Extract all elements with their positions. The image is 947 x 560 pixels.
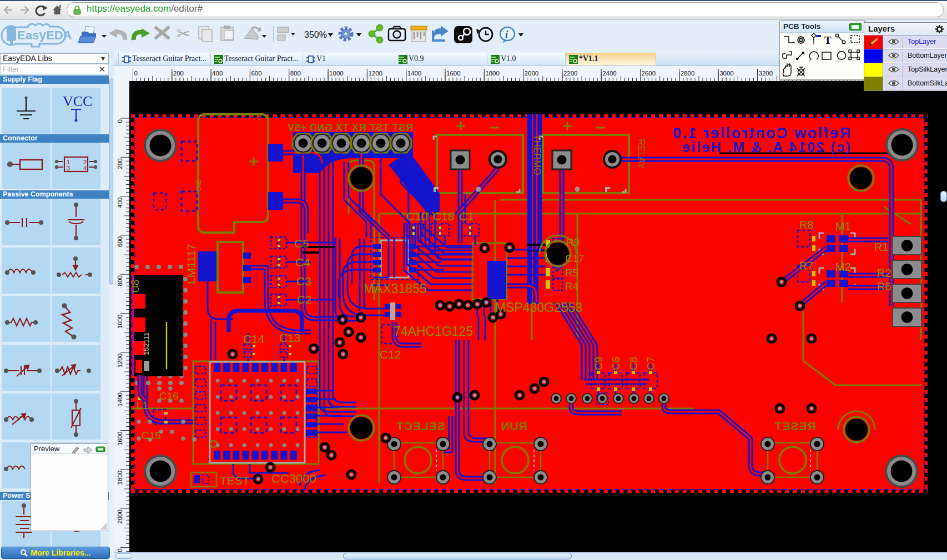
svg-text:TEST: TEST	[220, 474, 250, 487]
svg-text:R6: R6	[877, 280, 891, 292]
svg-text:M1: M1	[835, 220, 851, 233]
svg-text:2600: 2600	[642, 70, 656, 77]
svg-text:C7: C7	[645, 357, 657, 370]
svg-text:1600: 1600	[117, 432, 123, 446]
svg-text:C1: C1	[459, 210, 474, 223]
svg-text:3200: 3200	[759, 70, 773, 77]
svg-text:RELAY: RELAY	[636, 139, 647, 169]
svg-text:CC3000: CC3000	[271, 472, 316, 486]
svg-text:C13: C13	[279, 331, 301, 344]
svg-text:C17: C17	[565, 253, 585, 264]
svg-text:350%: 350%	[304, 30, 327, 39]
svg-text:2400: 2400	[602, 70, 617, 77]
svg-text:1400: 1400	[407, 70, 422, 77]
svg-text:1400: 1400	[117, 392, 123, 407]
svg-text:1800: 1800	[485, 70, 500, 77]
svg-text:C12: C12	[380, 348, 401, 361]
svg-text:(c) 2014 A. & M. Helie: (c) 2014 A. & M. Helie	[681, 139, 850, 155]
svg-text:C3: C3	[296, 275, 311, 287]
svg-text:C4: C4	[295, 256, 310, 269]
svg-text:1800: 1800	[117, 471, 123, 485]
svg-text:SELECT: SELECT	[396, 420, 445, 432]
svg-text:L1: L1	[137, 400, 148, 411]
svg-text:1000: 1000	[117, 315, 123, 329]
svg-text:MAX31855: MAX31855	[364, 281, 427, 296]
svg-text:i: i	[505, 28, 508, 40]
svg-text:1200: 1200	[368, 70, 382, 77]
svg-text:2200: 2200	[563, 70, 578, 77]
svg-text:C10: C10	[406, 210, 428, 223]
svg-text:RESET: RESET	[774, 420, 816, 432]
svg-text:2200: 2200	[117, 548, 123, 552]
svg-text:R5: R5	[565, 267, 578, 279]
svg-text:C5: C5	[294, 237, 309, 250]
svg-text:3000: 3000	[719, 70, 734, 77]
svg-text:2800: 2800	[681, 70, 695, 77]
svg-text:1200: 1200	[117, 354, 123, 368]
svg-text:T: T	[824, 34, 832, 46]
svg-text:C8: C8	[628, 357, 639, 370]
svg-text:1600: 1600	[446, 70, 461, 77]
svg-text:R1: R1	[874, 241, 889, 253]
svg-text:800: 800	[117, 275, 123, 286]
svg-text:GND: GND	[196, 179, 202, 191]
svg-text:600: 600	[117, 236, 123, 247]
svg-text:R4: R4	[565, 280, 579, 292]
svg-text:0: 0	[117, 119, 123, 123]
svg-text:C16: C16	[159, 390, 179, 402]
svg-text:600: 600	[251, 70, 261, 77]
svg-text:C9: C9	[593, 357, 605, 370]
svg-text:THERMO: THERMO	[532, 134, 542, 175]
svg-text:74AHC1G125: 74AHC1G125	[394, 324, 473, 339]
svg-text:M2: M2	[835, 261, 851, 273]
svg-text:RUN: RUN	[501, 420, 528, 432]
svg-text:4: 4	[83, 165, 87, 171]
svg-text:200: 200	[173, 70, 184, 77]
svg-text:2000: 2000	[525, 70, 539, 77]
svg-text:EasyEDA: EasyEDA	[17, 28, 72, 42]
svg-text:152111: 152111	[142, 332, 150, 355]
svg-text:3: 3	[67, 165, 70, 171]
svg-text:0: 0	[134, 70, 138, 77]
svg-text:400: 400	[117, 198, 123, 208]
svg-text:R8: R8	[799, 219, 814, 231]
svg-text:VCC: VCC	[63, 93, 92, 109]
svg-text:R2: R2	[877, 267, 891, 279]
svg-text:MSP430G2553: MSP430G2553	[495, 300, 582, 315]
svg-text:C18: C18	[433, 210, 455, 223]
svg-text:800: 800	[290, 70, 301, 77]
svg-text:400: 400	[212, 70, 223, 77]
svg-text:2000: 2000	[117, 509, 123, 524]
svg-text:1000: 1000	[329, 70, 344, 77]
svg-text:200: 200	[117, 158, 123, 169]
svg-text:R9: R9	[566, 236, 580, 248]
svg-text:C2: C2	[297, 293, 312, 306]
svg-text:C15: C15	[142, 430, 161, 441]
svg-text:RST TST RX TX GND +5V: RST TST RX TX GND +5V	[288, 122, 413, 133]
svg-text:C6: C6	[610, 357, 622, 370]
svg-text:C14: C14	[243, 332, 265, 345]
svg-text:U8: U8	[129, 280, 141, 293]
svg-text:✂: ✂	[177, 24, 190, 43]
svg-text:R7: R7	[799, 260, 814, 272]
